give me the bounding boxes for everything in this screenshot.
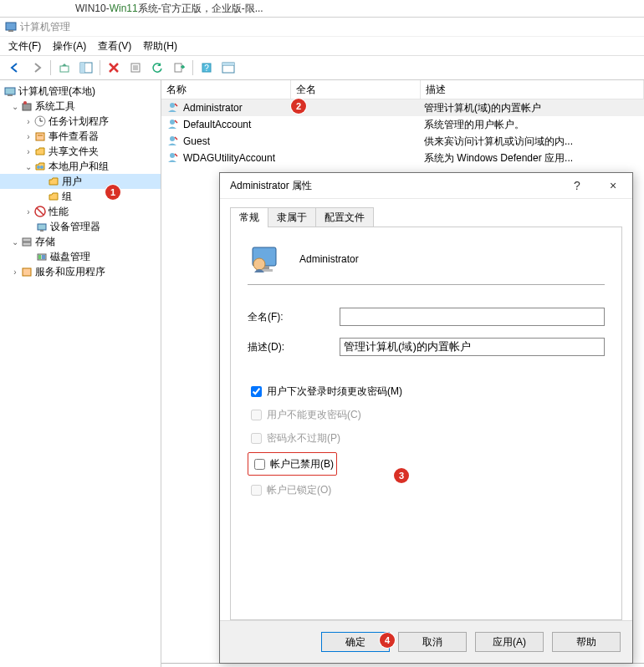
svg-rect-10 (175, 64, 181, 72)
svg-rect-31 (23, 238, 31, 242)
menu-view[interactable]: 查看(V) (98, 39, 131, 53)
checkbox-must-change[interactable]: 用户下次登录时须更改密码(M) (248, 382, 605, 400)
window-title: 计算机管理 (20, 20, 70, 34)
prop-username: Administrator (299, 253, 359, 265)
forward-button[interactable] (27, 58, 47, 78)
tree-device-manager[interactable]: 设备管理器 (0, 219, 161, 234)
svg-point-39 (170, 136, 175, 141)
menu-action[interactable]: 操作(A) (53, 39, 86, 53)
help-button[interactable]: ? (197, 58, 217, 78)
app-icon (5, 21, 17, 33)
tree-root[interactable]: 计算机管理(本地) (0, 84, 161, 99)
list-row[interactable]: DefaultAccount 系统管理的用户帐户。 (161, 116, 644, 133)
list-row[interactable]: Guest 供来宾访问计算机或访问域的内... (161, 133, 644, 150)
back-button[interactable] (5, 58, 25, 78)
view-button[interactable] (218, 58, 238, 78)
annotation-3: 3 (394, 468, 409, 483)
delete-button[interactable] (104, 58, 124, 78)
svg-point-19 (23, 101, 27, 104)
tree-storage[interactable]: ⌄存储 (0, 234, 161, 249)
tree-users[interactable]: 用户 (0, 174, 161, 189)
svg-text:?: ? (204, 64, 209, 73)
annotation-1: 1 (105, 185, 120, 200)
svg-rect-15 (222, 63, 234, 65)
show-hide-button[interactable] (76, 58, 96, 78)
svg-rect-30 (40, 230, 43, 232)
svg-point-40 (170, 153, 175, 158)
tree-local-users[interactable]: ⌄本地用户和组 (0, 159, 161, 174)
checkbox-locked: 帐户已锁定(O) (248, 481, 605, 499)
label-fullname: 全名(F): (248, 310, 340, 324)
checkbox-cannot-change: 用户不能更改密码(C) (248, 405, 605, 424)
tree-pane: 计算机管理(本地) ⌄系统工具 ›任务计划程序 ›事件查看器 ›共享文件夹 ⌄本… (0, 80, 161, 667)
tree-task-scheduler[interactable]: ›任务计划程序 (0, 114, 161, 129)
svg-point-38 (170, 120, 175, 125)
tree-services-apps[interactable]: ›服务和应用程序 (0, 264, 161, 279)
tree-performance[interactable]: ›性能 (0, 204, 161, 219)
user-icon (166, 101, 180, 115)
svg-rect-1 (8, 30, 13, 32)
svg-rect-18 (23, 104, 31, 110)
svg-rect-29 (38, 224, 46, 230)
user-icon (166, 118, 180, 131)
user-icon (166, 151, 180, 165)
apply-button[interactable]: 应用(A) (475, 632, 544, 652)
help-button[interactable]: 帮助 (552, 632, 621, 652)
svg-rect-2 (60, 66, 69, 72)
tab-panel: Administrator 全名(F): 描述(D): 用户下次登录时须更改密码… (230, 227, 622, 620)
cancel-button[interactable]: 取消 (398, 632, 467, 652)
svg-point-44 (253, 258, 265, 270)
svg-point-26 (40, 165, 43, 169)
col-full[interactable]: 全名 (291, 80, 421, 99)
svg-rect-32 (23, 242, 31, 246)
window-title-bar: 计算机管理 (0, 17, 644, 36)
user-icon (166, 135, 180, 148)
list-row[interactable]: WDAGUtilityAccount 系统为 Windows Defender … (161, 150, 644, 166)
menu-help[interactable]: 帮助(H) (143, 39, 177, 53)
tree-shared-folders[interactable]: ›共享文件夹 (0, 144, 161, 159)
tree-system-tools[interactable]: ⌄系统工具 (0, 99, 161, 114)
input-fullname[interactable] (340, 308, 605, 326)
svg-rect-35 (42, 255, 45, 259)
menu-file[interactable]: 文件(F) (8, 39, 41, 53)
checkbox-disabled[interactable]: 帐户已禁用(B) (248, 452, 337, 476)
dialog-title: Administrator 属性 (230, 179, 560, 193)
checkbox-never-expire: 密码永不过期(P) (248, 429, 605, 447)
refresh-button[interactable] (147, 58, 167, 78)
external-tab: WIN10-Win11系统-官方正版，企业版-限... (0, 0, 644, 17)
tab-general[interactable]: 常规 (230, 207, 268, 227)
svg-rect-17 (8, 94, 13, 96)
dialog-title-bar: Administrator 属性 ? × (220, 173, 632, 199)
svg-rect-5 (80, 63, 84, 73)
tab-member[interactable]: 隶属于 (268, 207, 316, 227)
properties-dialog: Administrator 属性 ? × 常规 隶属于 配置文件 Adminis… (219, 172, 633, 664)
tree-event-viewer[interactable]: ›事件查看器 (0, 129, 161, 144)
svg-point-37 (170, 103, 175, 108)
up-button[interactable] (54, 58, 74, 78)
col-name[interactable]: 名称 (161, 80, 291, 99)
input-desc[interactable] (340, 338, 605, 356)
annotation-2: 2 (291, 99, 306, 114)
list-header: 名称 全名 描述 (161, 80, 644, 99)
tab-profile[interactable]: 配置文件 (315, 207, 374, 227)
svg-rect-23 (36, 133, 44, 140)
tab-strip: 常规 隶属于 配置文件 (230, 207, 622, 227)
col-desc[interactable]: 描述 (421, 80, 644, 99)
svg-rect-36 (23, 268, 31, 276)
annotation-4: 4 (380, 633, 395, 648)
tree-groups[interactable]: 组 (0, 189, 161, 204)
toolbar: ? (0, 55, 644, 80)
svg-point-25 (37, 165, 40, 169)
help-icon[interactable]: ? (560, 179, 594, 192)
export-button[interactable] (169, 58, 189, 78)
list-row[interactable]: Administrator 管理计算机(域)的内置帐户 (161, 99, 644, 116)
user-large-icon (248, 242, 281, 276)
tree-disk-mgmt[interactable]: 磁盘管理 (0, 249, 161, 264)
close-icon[interactable]: × (594, 179, 632, 192)
svg-rect-34 (38, 255, 41, 259)
properties-button[interactable] (125, 58, 146, 78)
svg-rect-16 (5, 88, 15, 94)
menu-bar: 文件(F) 操作(A) 查看(V) 帮助(H) (0, 36, 644, 55)
svg-rect-0 (6, 23, 16, 30)
dialog-footer: 确定 取消 应用(A) 帮助 (220, 620, 632, 663)
